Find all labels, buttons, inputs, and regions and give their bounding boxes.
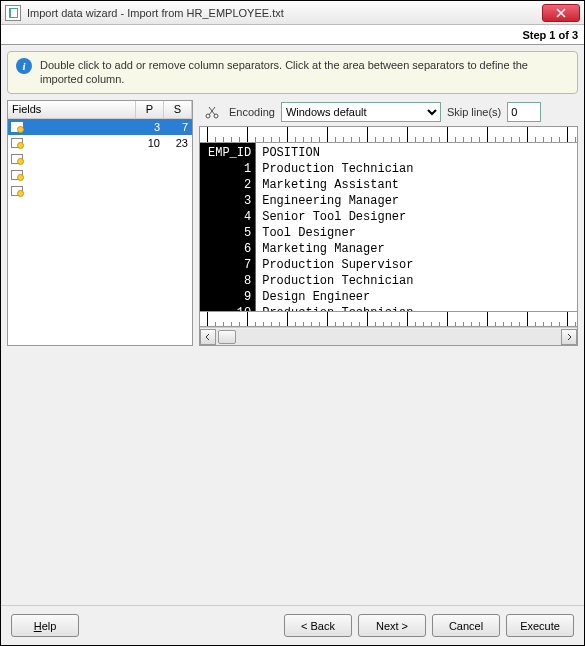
preview-panel: Encoding Windows default Skip line(s) EM… <box>199 100 578 347</box>
import-wizard-window: Import data wizard - Import from HR_EMPL… <box>0 0 585 646</box>
preview-body[interactable]: EMP_ID 1 2 3 4 5 6 7 8 9 10 11 12 13 POS… <box>200 143 577 312</box>
field-p: 10 <box>136 137 164 149</box>
chevron-right-icon <box>565 333 573 341</box>
field-icon <box>8 186 26 196</box>
execute-button[interactable]: Execute <box>506 614 574 637</box>
info-icon: i <box>16 58 32 74</box>
scroll-thumb[interactable] <box>218 330 236 344</box>
skip-lines-input[interactable] <box>507 102 541 122</box>
info-text: Double click to add or remove column sep… <box>40 58 569 87</box>
step-indicator: Step 1 of 3 <box>1 25 584 45</box>
step-text: Step 1 of 3 <box>522 29 578 41</box>
content-area: i Double click to add or remove column s… <box>1 45 584 605</box>
window-title: Import data wizard - Import from HR_EMPL… <box>27 7 542 19</box>
help-button[interactable]: Help <box>11 614 79 637</box>
scroll-right-button[interactable] <box>561 329 577 345</box>
field-icon <box>8 138 26 148</box>
field-row[interactable] <box>8 183 192 199</box>
field-p: 3 <box>136 121 164 133</box>
preview-column-empid: EMP_ID 1 2 3 4 5 6 7 8 9 10 11 12 13 <box>200 143 255 312</box>
cut-button[interactable] <box>201 101 223 123</box>
fields-header: Fields P S <box>8 101 192 119</box>
preview-toolbar: Encoding Windows default Skip line(s) <box>199 100 578 124</box>
fields-panel: Fields P S 371023 <box>7 100 193 347</box>
encoding-label: Encoding <box>229 106 275 118</box>
skip-lines-label: Skip line(s) <box>447 106 501 118</box>
field-row[interactable]: 1023 <box>8 135 192 151</box>
ruler-top[interactable] <box>200 127 577 143</box>
ruler-bottom[interactable] <box>200 311 577 327</box>
close-button[interactable] <box>542 4 580 22</box>
cancel-button[interactable]: Cancel <box>432 614 500 637</box>
main-area: Fields P S 371023 Encoding <box>7 100 578 347</box>
close-icon <box>556 8 566 18</box>
field-row[interactable] <box>8 167 192 183</box>
button-bar: Help < Back Next > Cancel Execute <box>1 605 584 645</box>
scroll-left-button[interactable] <box>200 329 216 345</box>
titlebar[interactable]: Import data wizard - Import from HR_EMPL… <box>1 1 584 25</box>
scroll-track[interactable] <box>216 329 561 345</box>
field-s: 23 <box>164 137 192 149</box>
horizontal-scrollbar[interactable] <box>200 327 577 345</box>
field-row[interactable]: 37 <box>8 119 192 135</box>
col-header-s[interactable]: S <box>164 101 192 118</box>
fields-body[interactable]: 371023 <box>8 119 192 346</box>
col-header-p[interactable]: P <box>136 101 164 118</box>
scissors-icon <box>205 105 219 119</box>
preview-box: EMP_ID 1 2 3 4 5 6 7 8 9 10 11 12 13 POS… <box>199 126 578 347</box>
back-button[interactable]: < Back <box>284 614 352 637</box>
field-icon <box>8 170 26 180</box>
encoding-select[interactable]: Windows default <box>281 102 441 122</box>
field-s: 7 <box>164 121 192 133</box>
info-box: i Double click to add or remove column s… <box>7 51 578 94</box>
preview-column-position: POSITION Production Technician Marketing… <box>255 143 577 312</box>
col-header-fields[interactable]: Fields <box>8 101 136 118</box>
chevron-left-icon <box>204 333 212 341</box>
fields-grid[interactable]: Fields P S 371023 <box>7 100 193 347</box>
field-icon <box>8 154 26 164</box>
next-button[interactable]: Next > <box>358 614 426 637</box>
app-icon <box>5 5 21 21</box>
field-icon <box>8 122 26 132</box>
field-row[interactable] <box>8 151 192 167</box>
